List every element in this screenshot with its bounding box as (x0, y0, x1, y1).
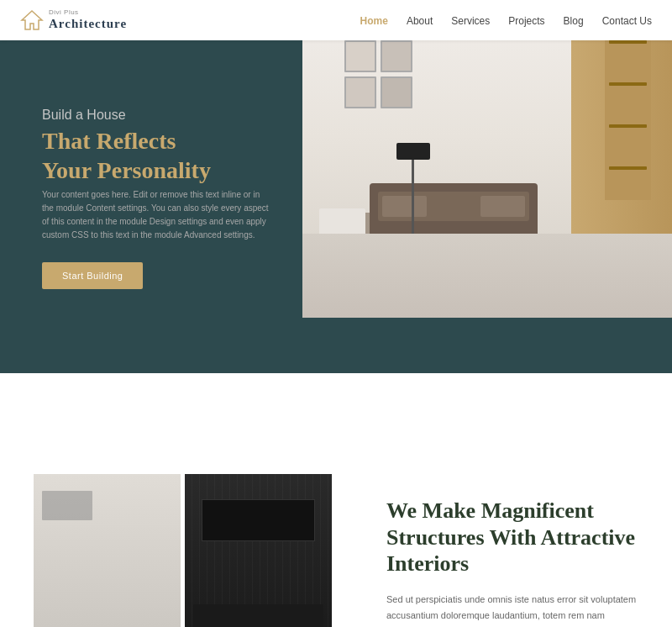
navbar: Divi Plus Architecture Home About Servic… (0, 0, 672, 40)
about-title: We Make Magnificent Structures With Attr… (386, 498, 638, 577)
hero-subtitle: Build a House (42, 108, 286, 123)
nav-projects[interactable]: Projects (508, 15, 544, 27)
about-title-line2: Structures With Attractive (386, 525, 635, 550)
about-image-collage (34, 474, 344, 627)
hero-title-line1: That Reflects (42, 128, 176, 154)
hero-room-image (302, 15, 672, 318)
hero-image-wrapper (302, 15, 672, 318)
section-gap (0, 373, 672, 424)
about-section: We Make Magnificent Structures With Attr… (0, 424, 672, 627)
hero-title-line2: Your Personality (42, 157, 211, 183)
nav-home[interactable]: Home (360, 15, 388, 27)
svg-marker-0 (22, 11, 42, 29)
nav-services[interactable]: Services (451, 15, 490, 27)
about-image-2 (185, 474, 332, 627)
nav-contact[interactable]: Contact Us (602, 15, 652, 27)
about-title-line3: Interiors (386, 551, 469, 576)
hero-body-text: Your content goes here. Edit or remove t… (42, 188, 269, 242)
hero-title: That Reflects Your Personality (42, 126, 286, 185)
about-title-line1: We Make Magnificent (386, 498, 594, 523)
about-image-1 (34, 474, 181, 627)
about-text-content: We Make Magnificent Structures With Attr… (386, 498, 638, 627)
nav-blog[interactable]: Blog (564, 15, 584, 27)
hero-cta-button[interactable]: Start Building (42, 262, 143, 289)
logo-icon (20, 8, 44, 32)
logo-top-text: Divi Plus (49, 9, 127, 17)
hero-section: Build a House That Reflects Your Persona… (0, 40, 672, 373)
nav-about[interactable]: About (407, 15, 433, 27)
logo: Divi Plus Architecture (20, 8, 127, 32)
hero-content: Build a House That Reflects Your Persona… (0, 74, 319, 323)
logo-main-text: Architecture (49, 17, 127, 31)
about-body-text: Sed ut perspiciatis unde omnis iste natu… (386, 592, 638, 627)
nav-links: Home About Services Projects Blog Contac… (360, 13, 652, 28)
